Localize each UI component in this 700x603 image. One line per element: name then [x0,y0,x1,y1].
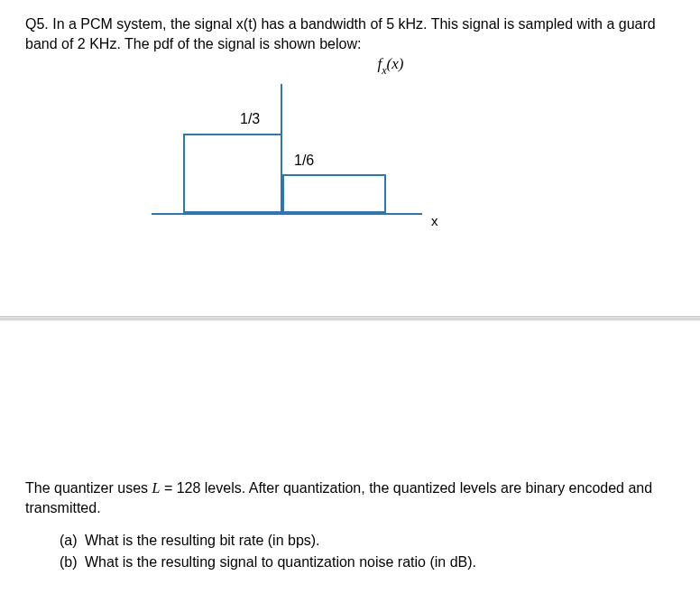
part-a-marker: (a) [60,530,85,552]
part-a-text: What is the resulting bit rate (in bps). [85,530,320,552]
x-axis [152,213,422,215]
quantizer-description: The quantizer uses L = 128 levels. After… [25,478,675,517]
part-b: (b) What is the resulting signal to quan… [60,552,675,573]
label-one-third: 1/3 [240,111,260,127]
pdf-left-block [183,134,282,213]
y-axis [281,84,282,215]
quantizer-prefix: The quantizer uses [25,480,152,496]
subparts-list: (a) What is the resulting bit rate (in b… [25,530,675,573]
label-one-sixth: 1/6 [294,153,314,169]
pdf-right-block [282,174,386,213]
part-a: (a) What is the resulting bit rate (in b… [60,530,675,552]
pdf-chart: 1/3 1/6 x [134,84,458,237]
part-b-text: What is the resulting signal to quantiza… [85,552,476,573]
pdf-formula-label: fx(x) [106,55,675,76]
question-text: Q5. In a PCM system, the signal x(t) has… [25,14,675,53]
x-axis-label: x [431,213,438,228]
part-b-marker: (b) [60,552,85,573]
section-divider [0,316,700,321]
